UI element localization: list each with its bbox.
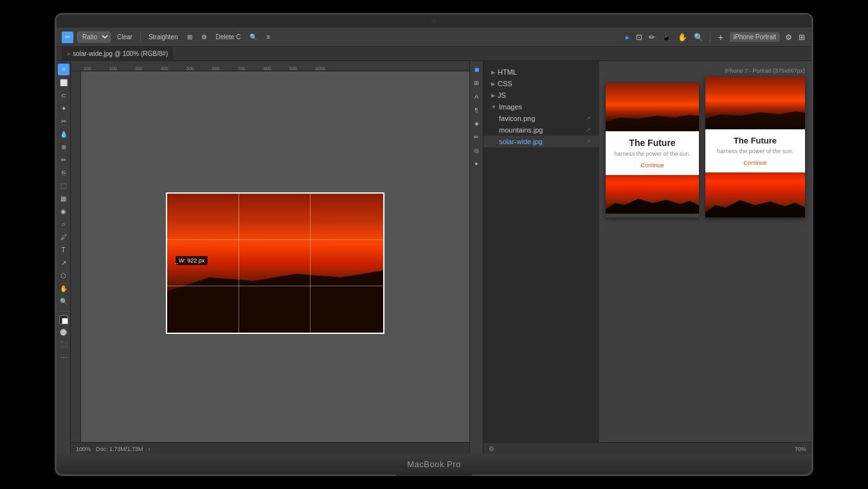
card1-cta[interactable]: Continue bbox=[612, 162, 692, 169]
screen-mode-tool[interactable]: ⬛ bbox=[58, 338, 69, 350]
tick-800: 800 bbox=[264, 66, 289, 71]
path-tool[interactable]: ↗ bbox=[58, 257, 69, 268]
clone-tool[interactable]: ⎘ bbox=[58, 167, 69, 178]
photoshop-toolbar: ✂ Ratio Clear Straighten ⊞ ⚙ Delete C 🔍 … bbox=[57, 28, 811, 47]
css-arrow: ▶ bbox=[491, 81, 495, 87]
settings-icon[interactable]: ⚙ bbox=[199, 32, 210, 42]
expand-icon[interactable]: ⊞ bbox=[797, 32, 806, 43]
search-right-icon[interactable]: 🔍 bbox=[692, 32, 705, 43]
eraser-tool[interactable]: ⬚ bbox=[58, 180, 69, 191]
dodge-tool[interactable]: ○ bbox=[58, 218, 69, 230]
file-tab[interactable]: × solar-wide.jpg @ 100% (RGB/8#) bbox=[62, 47, 173, 61]
add-view-button[interactable]: + bbox=[716, 32, 726, 42]
image-container: W: 922 px ↔ bbox=[166, 192, 384, 334]
tab-close-icon[interactable]: × bbox=[67, 51, 70, 57]
rect-select-tool[interactable]: ⬜ bbox=[58, 77, 69, 88]
tree-images[interactable]: ▼ Images bbox=[484, 101, 599, 113]
phone-card-1: The Future harness the power of the sun.… bbox=[606, 83, 699, 217]
tree-file-favicon[interactable]: favicon.png ↗ bbox=[484, 113, 599, 124]
right-panel: ▶ HTML ▶ CSS ▶ JS bbox=[484, 61, 811, 455]
screen-bezel: ✂ Ratio Clear Straighten ⊞ ⚙ Delete C 🔍 … bbox=[55, 13, 813, 457]
mountains-ext-btn[interactable]: ↗ bbox=[586, 127, 591, 133]
card1-img-top bbox=[606, 83, 699, 131]
device-icon[interactable]: 📱 bbox=[660, 32, 673, 43]
healing-tool[interactable]: ⊕ bbox=[58, 141, 69, 152]
card1-content: The Future harness the power of the sun.… bbox=[606, 131, 699, 175]
hand-tool[interactable]: ✋ bbox=[58, 282, 69, 294]
strip-icon-2[interactable]: ⊞ bbox=[471, 77, 482, 89]
view-label[interactable]: iPhone Portrait bbox=[730, 32, 780, 42]
quickmask-tool[interactable]: ⬤ bbox=[58, 326, 69, 337]
phone-preview-label: iPhone 7 · Portrait (375x667px) bbox=[606, 68, 805, 74]
preview-area: iPhone 7 · Portrait (375x667px) The Futu… bbox=[599, 61, 811, 442]
view-settings-icon[interactable]: ⚙ bbox=[784, 32, 793, 43]
magic-wand-tool[interactable]: ✦ bbox=[58, 102, 69, 114]
tick-300: 300 bbox=[135, 66, 161, 71]
strip-icon-1[interactable]: ◼ bbox=[471, 64, 482, 75]
crop-tool-2[interactable]: ✂ bbox=[58, 115, 69, 127]
ruler-ticks: 100 200 300 400 500 600 700 800 900 1000 bbox=[71, 61, 469, 71]
crop-tool[interactable]: ⌗ bbox=[58, 64, 69, 75]
strip-icon-3[interactable]: A bbox=[471, 91, 482, 102]
shape-tool[interactable]: ⬡ bbox=[58, 270, 69, 281]
gradient-tool[interactable]: ▦ bbox=[58, 192, 69, 204]
file-tree-panel: ▶ HTML ▶ CSS ▶ JS bbox=[484, 61, 599, 442]
clear-button[interactable]: Clear bbox=[114, 32, 135, 42]
arrow-btn[interactable]: › bbox=[149, 446, 150, 452]
grid-line-h1 bbox=[167, 239, 383, 240]
hand-tool-icon[interactable]: ✋ bbox=[676, 32, 689, 43]
grid-line-v1 bbox=[239, 194, 239, 333]
tree-file-solar[interactable]: solar-wide.jpg ↗ bbox=[484, 136, 599, 147]
type-tool[interactable]: T bbox=[58, 244, 69, 255]
pen-icon[interactable]: ✏ bbox=[647, 32, 656, 43]
macbook-label: MacBook Pro bbox=[407, 459, 461, 469]
settings-bottom-icon[interactable]: ⚙ bbox=[489, 445, 494, 452]
delete-button[interactable]: Delete C bbox=[213, 32, 244, 42]
canvas-bottom-bar: 100% Doc: 1.73M/1.73M › bbox=[71, 442, 469, 455]
more-tools-icon[interactable]: ⋯ bbox=[58, 351, 69, 363]
favicon-ext-btn[interactable]: ↗ bbox=[586, 115, 591, 122]
eyedropper-tool[interactable]: 💧 bbox=[58, 128, 69, 140]
strip-icon-8[interactable]: ✦ bbox=[471, 158, 482, 170]
solar-ext-btn[interactable]: ↗ bbox=[586, 138, 591, 145]
tree-js[interactable]: ▶ JS bbox=[484, 89, 599, 101]
card2-cta[interactable]: Continue bbox=[712, 160, 799, 166]
search-icon[interactable]: 🔍 bbox=[247, 32, 260, 42]
tree-css[interactable]: ▶ CSS bbox=[484, 78, 599, 89]
foreground-color[interactable] bbox=[59, 315, 68, 324]
solar-name: solar-wide.jpg bbox=[499, 138, 543, 145]
left-tools-panel: ⌗ ⬜ ⊂ ✦ ✂ 💧 ⊕ ✏ ⎘ ⬚ ▦ ◉ ○ 🖊 T ↗ ⬡ bbox=[57, 61, 71, 455]
camera-dot bbox=[431, 19, 437, 24]
layer-icon[interactable]: ≡ bbox=[264, 32, 273, 42]
strip-icon-5[interactable]: ◈ bbox=[471, 118, 482, 129]
straighten-button[interactable]: Straighten bbox=[146, 32, 181, 42]
middle-strip: ◼ ⊞ A ¶ ◈ ✏ ◎ ✦ bbox=[469, 61, 484, 455]
css-label: CSS bbox=[498, 80, 512, 88]
canvas-area[interactable]: W: 922 px ↔ bbox=[81, 71, 469, 442]
grid-icon[interactable]: ⊞ bbox=[185, 32, 195, 42]
card2-mountains bbox=[705, 193, 805, 218]
macbook-notch bbox=[395, 472, 473, 476]
doc-info: Doc: 1.73M/1.73M bbox=[96, 446, 143, 452]
tree-html[interactable]: ▶ HTML bbox=[484, 66, 599, 78]
strip-icon-6[interactable]: ✏ bbox=[471, 131, 482, 143]
strip-icon-7[interactable]: ◎ bbox=[471, 145, 482, 156]
width-tooltip: W: 922 px bbox=[176, 256, 208, 265]
crop-mode-icon[interactable]: ✂ bbox=[62, 32, 73, 43]
transform-icon[interactable]: ⊡ bbox=[635, 32, 644, 43]
card2-solar-silhouette bbox=[705, 108, 805, 129]
select-tool-icon[interactable]: ▸ bbox=[624, 32, 631, 43]
vertical-ruler bbox=[71, 71, 81, 442]
images-arrow: ▼ bbox=[491, 104, 496, 110]
strip-icon-4[interactable]: ¶ bbox=[471, 104, 482, 116]
zoom-tool[interactable]: 🔍 bbox=[58, 295, 69, 307]
blur-tool[interactable]: ◉ bbox=[58, 205, 69, 217]
horizontal-ruler: 100 200 300 400 500 600 700 800 900 1000 bbox=[71, 61, 469, 71]
tick-700: 700 bbox=[238, 66, 264, 71]
ratio-select[interactable]: Ratio bbox=[77, 32, 111, 42]
brush-tool[interactable]: ✏ bbox=[58, 154, 69, 165]
html-label: HTML bbox=[498, 68, 517, 76]
tree-file-mountains[interactable]: mountains.jpg ↗ bbox=[484, 124, 599, 136]
lasso-tool[interactable]: ⊂ bbox=[58, 89, 69, 101]
pen-tool[interactable]: 🖊 bbox=[58, 231, 69, 243]
